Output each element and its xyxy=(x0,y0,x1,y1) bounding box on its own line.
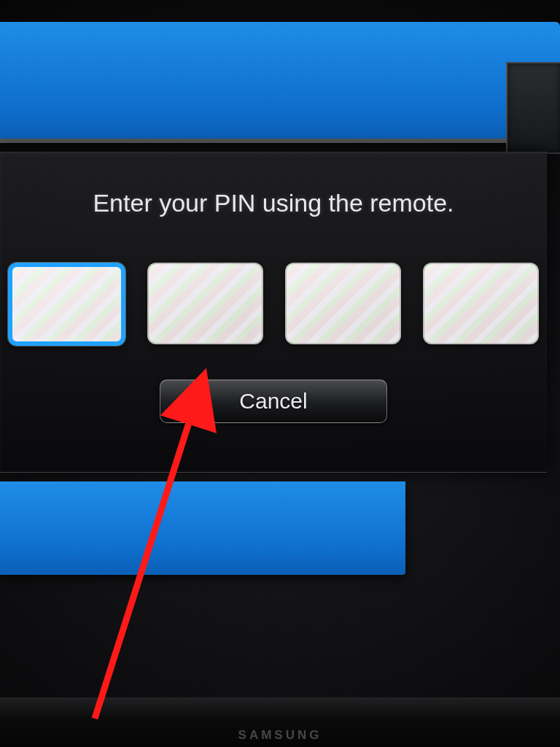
tv-bezel: SAMSUNG xyxy=(0,697,560,747)
header-banner: nosis xyxy=(0,22,560,139)
pin-digit-2[interactable] xyxy=(147,263,263,344)
pin-digit-1[interactable] xyxy=(8,263,125,346)
footer-banner xyxy=(0,481,405,575)
pin-digit-3[interactable] xyxy=(285,263,401,344)
tv-screen: nosis Enter your PIN using the remote. C… xyxy=(0,0,560,747)
side-panel xyxy=(506,62,560,154)
cancel-button[interactable]: Cancel xyxy=(160,379,387,423)
pin-entry-dialog: Enter your PIN using the remote. Cancel xyxy=(0,152,547,473)
pin-digit-4[interactable] xyxy=(423,263,539,344)
pin-prompt-text: Enter your PIN using the remote. xyxy=(93,189,454,217)
pin-input-row xyxy=(0,263,547,346)
tv-brand-logo: SAMSUNG xyxy=(238,728,322,743)
cancel-button-label: Cancel xyxy=(239,389,307,414)
